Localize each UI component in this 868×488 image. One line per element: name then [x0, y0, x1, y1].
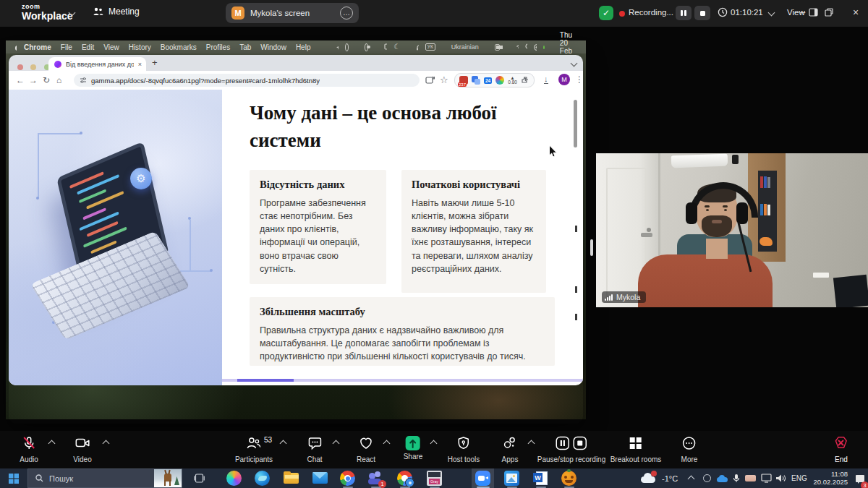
- menu-edit[interactable]: Edit: [82, 43, 94, 51]
- taskbar-mail-icon[interactable]: [312, 471, 328, 486]
- task-view-icon[interactable]: [194, 474, 205, 483]
- keyboard-layout-badge[interactable]: УК: [425, 43, 435, 51]
- menu-window[interactable]: Window: [260, 43, 286, 51]
- audio-button[interactable]: Audio: [20, 436, 38, 463]
- control-center-icon[interactable]: [534, 44, 537, 51]
- end-meeting-button[interactable]: End: [833, 436, 849, 463]
- home-icon[interactable]: ⌂: [56, 75, 61, 85]
- bookmark-star-icon[interactable]: ☆: [440, 74, 448, 85]
- tray-mic-icon[interactable]: [733, 474, 740, 484]
- save-share-icon[interactable]: [425, 76, 435, 85]
- tray-expand-chevron-icon[interactable]: [688, 476, 695, 483]
- back-icon[interactable]: ←: [16, 75, 25, 85]
- taskbar-edge-icon[interactable]: [255, 471, 270, 486]
- menu-profiles[interactable]: Profiles: [206, 43, 230, 51]
- status-telegram-icon[interactable]: [336, 43, 339, 51]
- maximize-window-button[interactable]: [825, 8, 833, 17]
- video-button[interactable]: Video: [73, 436, 91, 463]
- audio-chevron-icon[interactable]: [48, 440, 56, 448]
- weather-temp[interactable]: -1°C: [662, 474, 678, 483]
- taskbar-search-box[interactable]: Пошук: [27, 468, 182, 488]
- share-chevron-icon[interactable]: [430, 440, 438, 448]
- status-circle-icon[interactable]: [345, 43, 349, 51]
- browser-menu-icon[interactable]: ⋮: [575, 74, 584, 85]
- chat-chevron-icon[interactable]: [333, 440, 340, 448]
- start-button[interactable]: [9, 474, 19, 484]
- participants-chevron-icon[interactable]: [280, 440, 287, 448]
- tune-icon[interactable]: [80, 77, 87, 84]
- reload-icon[interactable]: ↻: [43, 75, 50, 85]
- adblock-ext-icon[interactable]: 237: [459, 76, 468, 85]
- security-shield-icon[interactable]: ✓: [599, 6, 613, 20]
- search-highlight-image[interactable]: [154, 469, 182, 487]
- minimize-window-button[interactable]: –: [800, 7, 805, 17]
- participants-button[interactable]: 53 Participants: [235, 436, 273, 463]
- tab-search-chevron-icon[interactable]: [571, 60, 578, 67]
- breakout-rooms-button[interactable]: Breakout rooms: [610, 436, 662, 463]
- tray-language[interactable]: ENG: [791, 474, 807, 482]
- shared-screen-pill[interactable]: M Mykola's screen …: [226, 3, 359, 23]
- tray-display-icon[interactable]: [761, 474, 772, 483]
- status-display-icon[interactable]: [384, 43, 387, 51]
- status-headphones-icon[interactable]: [416, 43, 419, 51]
- tray-device-icon[interactable]: [745, 475, 756, 481]
- tray-clock[interactable]: 11:08 20.02.2025: [813, 471, 848, 487]
- hours-ext-icon[interactable]: 24: [484, 77, 492, 84]
- forward-icon[interactable]: →: [29, 75, 38, 85]
- url-bar[interactable]: gamma.app/docs/-8qvqfuc6a6n1pgl?mode=pre…: [74, 74, 420, 87]
- pause-stop-recording-button[interactable]: Pause/stop recording: [537, 436, 606, 463]
- share-options-icon[interactable]: …: [340, 7, 353, 20]
- taskbar-explorer-icon[interactable]: [284, 471, 299, 486]
- extensions-puzzle-icon[interactable]: [521, 76, 529, 85]
- close-traffic-icon[interactable]: [17, 64, 23, 70]
- participant-video[interactable]: Mykola: [596, 153, 868, 307]
- tray-speaker-icon[interactable]: [775, 474, 786, 483]
- menu-help[interactable]: Help: [296, 43, 311, 51]
- react-chevron-icon[interactable]: [383, 440, 391, 448]
- new-tab-icon[interactable]: +: [152, 57, 158, 68]
- more-button[interactable]: More: [681, 436, 698, 463]
- notification-center-icon[interactable]: 3: [855, 474, 865, 487]
- host-tools-button[interactable]: Host tools: [448, 436, 480, 463]
- rate-ext-icon[interactable]: ▲0.80: [508, 76, 517, 85]
- apps-chevron-icon[interactable]: [528, 440, 535, 448]
- taskbar-chrome-profile-icon[interactable]: [397, 471, 412, 486]
- profile-avatar[interactable]: M: [558, 74, 570, 85]
- video-chevron-icon[interactable]: [103, 440, 110, 448]
- taskbar-emoji-app-icon[interactable]: [561, 471, 576, 486]
- menu-bookmarks[interactable]: Bookmarks: [161, 43, 197, 51]
- browser-tab[interactable]: Від введення даних до кор... ×: [48, 57, 146, 71]
- menu-tab[interactable]: Tab: [239, 43, 251, 51]
- wifi-icon[interactable]: [516, 44, 519, 51]
- share-button[interactable]: Share: [404, 436, 423, 461]
- taskbar-chrome-icon[interactable]: [340, 471, 355, 486]
- apple-logo-icon[interactable]: [14, 43, 17, 51]
- menu-chrome[interactable]: Chrome: [24, 43, 51, 51]
- taskbar-teams-icon[interactable]: 1: [368, 471, 383, 486]
- keyboard-layout-label[interactable]: Ukrainian: [451, 43, 479, 51]
- status-record-icon[interactable]: [365, 43, 368, 51]
- spotlight-search-icon[interactable]: [525, 43, 527, 51]
- slide-scrollbar[interactable]: [574, 100, 577, 147]
- taskbar-word-icon[interactable]: W: [533, 471, 548, 486]
- apps-button[interactable]: Apps: [502, 436, 519, 463]
- taskbar-zoom-icon[interactable]: [475, 471, 490, 486]
- menu-file[interactable]: File: [61, 43, 72, 51]
- status-moon-icon[interactable]: ☾: [393, 43, 400, 51]
- taskbar-gray-app-icon[interactable]: Gray: [427, 471, 442, 486]
- menu-history[interactable]: History: [129, 43, 151, 51]
- translate-ext-icon[interactable]: [472, 76, 480, 85]
- react-button[interactable]: React: [357, 436, 375, 463]
- chat-button[interactable]: Chat: [307, 436, 322, 463]
- downloads-icon[interactable]: ↓: [544, 75, 548, 84]
- stop-recording-button[interactable]: [694, 6, 710, 20]
- taskbar-copilot-icon[interactable]: [226, 471, 242, 486]
- view-layout-icon[interactable]: [809, 8, 819, 17]
- minimize-traffic-icon[interactable]: [30, 64, 36, 70]
- menu-view[interactable]: View: [103, 43, 119, 51]
- pause-recording-button[interactable]: [676, 6, 692, 20]
- tab-close-icon[interactable]: ×: [138, 61, 142, 68]
- taskbar-photos-icon[interactable]: [504, 471, 519, 486]
- tray-app-icon[interactable]: [703, 474, 711, 482]
- close-window-button[interactable]: ×: [853, 7, 859, 18]
